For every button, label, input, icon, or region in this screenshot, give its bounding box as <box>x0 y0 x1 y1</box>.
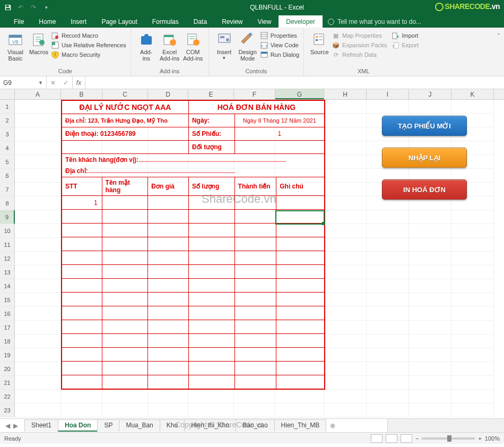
row-header-16[interactable]: 16 <box>0 307 15 321</box>
row-header-7[interactable]: 7 <box>0 183 15 196</box>
cell[interactable] <box>451 376 494 390</box>
col-header-D[interactable]: D <box>148 89 188 99</box>
formula-input[interactable] <box>85 76 504 89</box>
cell[interactable] <box>367 376 409 390</box>
cell[interactable] <box>15 183 61 196</box>
cell[interactable] <box>188 390 234 403</box>
row-header-2[interactable]: 2 <box>0 114 15 127</box>
cell[interactable] <box>61 403 102 417</box>
cell[interactable] <box>15 127 61 141</box>
cell[interactable] <box>451 265 494 279</box>
cell[interactable] <box>324 334 367 348</box>
col-header-B[interactable]: B <box>61 89 102 99</box>
cell[interactable] <box>367 210 409 224</box>
cell[interactable] <box>367 390 409 403</box>
cell[interactable] <box>451 224 494 238</box>
cell[interactable] <box>451 279 494 293</box>
cell[interactable] <box>451 334 494 348</box>
insert-control-button[interactable]: Insert▾ <box>213 30 236 67</box>
cell[interactable] <box>367 265 409 279</box>
cell[interactable] <box>15 362 61 376</box>
cell[interactable] <box>324 169 367 183</box>
cell[interactable] <box>367 334 409 348</box>
properties-button[interactable]: Properties <box>260 31 299 40</box>
xml-source-button[interactable]: Source <box>308 30 331 67</box>
record-macro-button[interactable]: Record Macro <box>51 31 126 40</box>
cell[interactable] <box>409 252 451 265</box>
page-break-view-button[interactable] <box>401 434 412 443</box>
zoom-in-button[interactable]: + <box>478 435 481 442</box>
row-header-10[interactable]: 10 <box>0 224 15 238</box>
cell[interactable] <box>148 390 188 403</box>
cell[interactable] <box>15 141 61 155</box>
row-header-22[interactable]: 22 <box>0 390 15 403</box>
cell[interactable] <box>188 403 234 417</box>
cell[interactable] <box>324 362 367 376</box>
save-icon[interactable] <box>2 2 14 13</box>
export-button[interactable]: Export <box>391 40 419 50</box>
cell[interactable] <box>324 224 367 238</box>
cell[interactable] <box>324 265 367 279</box>
macro-security-button[interactable]: !Macro Security <box>51 50 126 59</box>
row-header-19[interactable]: 19 <box>0 348 15 362</box>
addins-button[interactable]: Add- ins <box>135 30 158 67</box>
cell[interactable] <box>367 238 409 252</box>
map-properties-button[interactable]: ▦Map Properties <box>332 31 387 40</box>
fx-icon[interactable]: fx <box>73 76 85 89</box>
row-header-21[interactable]: 21 <box>0 376 15 390</box>
tab-home[interactable]: Home <box>31 16 63 28</box>
cell[interactable] <box>324 252 367 265</box>
cell[interactable] <box>367 252 409 265</box>
col-header-G[interactable]: G <box>275 89 324 99</box>
cell[interactable] <box>234 403 275 417</box>
zoom-slider[interactable] <box>422 437 475 440</box>
cell[interactable] <box>15 279 61 293</box>
cell[interactable] <box>367 279 409 293</box>
cell[interactable] <box>15 307 61 321</box>
sheet-tab-sp[interactable]: SP <box>97 419 119 432</box>
cell[interactable] <box>102 390 148 403</box>
cell[interactable] <box>367 362 409 376</box>
cell[interactable] <box>275 390 324 403</box>
cell[interactable] <box>324 100 367 114</box>
cell[interactable] <box>15 196 61 210</box>
excel-addins-button[interactable]: Excel Add-ins <box>159 30 181 67</box>
row-header-15[interactable]: 15 <box>0 293 15 307</box>
tab-page-layout[interactable]: Page Layout <box>94 16 144 28</box>
cell[interactable] <box>367 307 409 321</box>
cell[interactable] <box>324 321 367 334</box>
cell[interactable] <box>15 155 61 169</box>
new-ticket-button[interactable]: TẠO PHIẾU MỚI <box>382 116 467 136</box>
sheet-tab-kho[interactable]: Kho <box>160 419 185 432</box>
design-mode-button[interactable]: Design Mode <box>237 30 259 67</box>
print-invoice-button[interactable]: IN HOÁ ĐƠN <box>382 179 467 200</box>
tab-view[interactable]: View <box>250 16 279 28</box>
reset-button[interactable]: NHẬP LẠI <box>382 148 467 168</box>
cell[interactable] <box>367 348 409 362</box>
macros-button[interactable]: Macros <box>28 30 50 67</box>
visual-basic-button[interactable]: VB Visual Basic <box>4 30 27 67</box>
enter-formula-icon[interactable]: ✓ <box>59 79 72 87</box>
row-header-12[interactable]: 12 <box>0 252 15 265</box>
row-header-6[interactable]: 6 <box>0 169 15 183</box>
cell[interactable] <box>451 100 494 114</box>
col-header-K[interactable]: K <box>451 89 494 99</box>
cell[interactable] <box>324 183 367 196</box>
row-header-18[interactable]: 18 <box>0 334 15 348</box>
cell[interactable] <box>324 196 367 210</box>
row-header-11[interactable]: 11 <box>0 238 15 252</box>
cell[interactable] <box>409 210 451 224</box>
cell[interactable] <box>409 348 451 362</box>
sheet-tab-hoa-don[interactable]: Hoa Don <box>58 419 98 432</box>
cell[interactable] <box>409 238 451 252</box>
cell[interactable] <box>367 224 409 238</box>
redo-icon[interactable]: ↷ <box>28 2 39 13</box>
cell[interactable] <box>451 390 494 403</box>
tab-formulas[interactable]: Formulas <box>145 16 186 28</box>
new-sheet-button[interactable]: ⊕ <box>326 422 340 429</box>
undo-icon[interactable]: ↶ <box>15 2 27 13</box>
cell[interactable] <box>324 348 367 362</box>
cell[interactable] <box>61 390 102 403</box>
cell[interactable] <box>15 334 61 348</box>
cell[interactable] <box>451 238 494 252</box>
